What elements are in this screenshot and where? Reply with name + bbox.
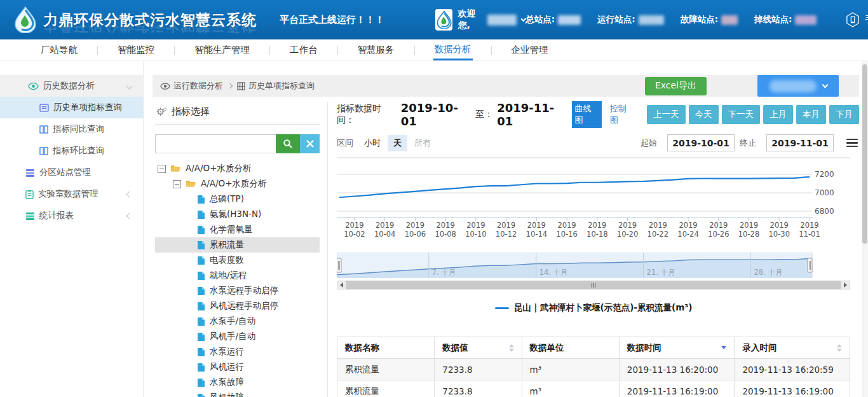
col-data-time[interactable]: 数据时间 [619, 337, 735, 359]
cell-data-value: 7233.8 [435, 380, 522, 397]
date-nav-buttons: 上一天 今天 下一天 上月 本月 下月 [647, 105, 859, 124]
file-icon [197, 286, 205, 296]
svg-text:201910-08: 201910-08 [435, 221, 456, 239]
nav-tab-factory[interactable]: 厂站导航 [39, 39, 79, 60]
legend-series-label: 昆山 | 武神潭村卜家堰(示范点)-累积流量(m³) [514, 302, 693, 314]
sidebar-item-mom-query[interactable]: 指标环比查询 [0, 140, 143, 162]
tree-folder[interactable]: A/A/O+水质分析 [155, 161, 320, 176]
table-row[interactable]: 累积流量 7233.8 m³ 2019-11-13 16:19:00 2019-… [337, 380, 850, 397]
tree-leaf-电表度数[interactable]: 电表度数 [155, 253, 320, 268]
range-label: 区间 [337, 137, 353, 149]
svg-text:6800: 6800 [815, 207, 834, 216]
sidebar-item-label: 指标同比查询 [53, 123, 104, 135]
sidebar-group-label: 统计报表 [39, 210, 74, 221]
tree-leaf-水泵手/自动[interactable]: 水泵手/自动 [155, 314, 320, 329]
tree-leaf-就地/远程[interactable]: 就地/远程 [155, 268, 320, 283]
nav-separator [491, 46, 492, 55]
tab-curve-chart[interactable]: 曲线图 [572, 101, 602, 128]
sidebar-group-statistics-reports[interactable]: 统计报表 [0, 205, 143, 226]
clipboard-icon [25, 190, 34, 199]
blurred-station-name [770, 80, 817, 92]
clear-search-button[interactable] [300, 134, 320, 153]
tree-leaf-总磷(TP)[interactable]: 总磷(TP) [155, 192, 320, 207]
avatar-drop-icon [437, 11, 452, 29]
nav-tab-workbench[interactable]: 工作台 [288, 39, 319, 60]
cell-data-time: 2019-11-13 16:19:00 [619, 380, 735, 397]
chart-navigator[interactable]: 7. 十月14. 十月21. 十月28. 十月 [337, 253, 850, 278]
next-month-button[interactable]: 下月 [829, 105, 859, 124]
station-selector-dropdown[interactable] [757, 75, 839, 97]
next-day-button[interactable]: 下一天 [722, 105, 761, 124]
scrollbar-thumb[interactable] [346, 281, 841, 289]
excel-export-button[interactable]: Excel导出 [645, 77, 707, 95]
sidebar-group-lab-data-mgmt[interactable]: 实验室数据管理 [0, 183, 143, 205]
sidebar-item-yoy-query[interactable]: 指标同比查询 [0, 118, 143, 140]
scroll-right-arrow[interactable] [841, 281, 850, 289]
start-date-input[interactable]: 2019-10-01 [667, 134, 735, 151]
col-entry-time[interactable]: 录入时间 [735, 337, 850, 359]
chart-menu-icon[interactable] [845, 137, 859, 149]
nav-separator [97, 46, 98, 55]
range-option-all[interactable]: 所有 [409, 135, 437, 151]
range-dates: 起始 2019-10-01 终止 2019-11-01 [641, 134, 859, 151]
tree-leaf-label: 电表度数 [210, 254, 244, 266]
tree-leaf-化学需氧量[interactable]: 化学需氧量 [155, 222, 320, 237]
scroll-left-arrow[interactable] [337, 281, 346, 289]
tree-folder[interactable]: A/A/O+水质分析 [155, 176, 320, 192]
range-option-hour[interactable]: 小时 [358, 135, 386, 151]
nav-tab-production[interactable]: 智能生产管理 [193, 39, 251, 60]
search-button[interactable] [276, 134, 300, 153]
sidebar-group-zone-station-mgmt[interactable]: 分区站点管理 [0, 162, 143, 183]
table-row[interactable]: 累积流量 7233.8 m³ 2019-11-13 16:20:00 2019-… [337, 359, 850, 380]
tree-leaf-风机运行[interactable]: 风机运行 [155, 359, 320, 375]
tree-leaf-水泵运行[interactable]: 水泵运行 [155, 344, 320, 359]
search-input[interactable] [155, 134, 276, 153]
sort-icon[interactable] [509, 344, 514, 352]
tab-control-chart[interactable]: 控制图 [607, 101, 637, 128]
cell-data-unit: m³ [522, 380, 619, 397]
tree-leaf-累积流量[interactable]: 累积流量 [155, 237, 320, 253]
nav-tab-monitoring[interactable]: 智能监控 [116, 39, 156, 60]
sort-icon[interactable] [837, 344, 842, 352]
tree-leaf-风机远程手动启停[interactable]: 风机远程手动启停 [155, 298, 320, 314]
legend-line-swatch [495, 307, 509, 309]
range-option-day[interactable]: 天 [388, 135, 407, 151]
sort-desc-icon[interactable] [721, 346, 726, 349]
this-month-button[interactable]: 本月 [796, 105, 826, 124]
svg-text:201910-14: 201910-14 [526, 221, 547, 239]
close-icon [306, 140, 314, 148]
sidebar-group-history-analysis[interactable]: 历史数据分析 [0, 75, 143, 97]
col-data-value[interactable]: 数据值 [435, 337, 522, 359]
chart-horizontal-scrollbar[interactable] [337, 281, 850, 289]
tree-leaf-氨氮(H3N-N)[interactable]: 氨氮(H3N-N) [155, 207, 320, 222]
prev-day-button[interactable]: 上一天 [647, 105, 686, 124]
nav-separator [269, 46, 270, 55]
nav-tab-services[interactable]: 智慧服务 [356, 39, 396, 60]
scrollbar-thumb[interactable] [862, 64, 867, 244]
sidebar-item-single-indicator-query[interactable]: 历史单项指标查询 [0, 97, 143, 118]
svg-text:7000: 7000 [815, 188, 834, 197]
user-area[interactable]: 欢迎您, [435, 8, 526, 31]
tree-leaf-风机故障[interactable]: 风机故障 [155, 390, 320, 397]
nav-tab-data-analysis[interactable]: 数据分析 [433, 39, 473, 60]
today-button[interactable]: 今天 [689, 105, 719, 124]
brand-area: 力鼎环保分散式污水智慧云系统 力鼎环保分散式污水智慧云系统 [9, 6, 257, 33]
page-vertical-scrollbar[interactable] [862, 61, 868, 397]
tree-leaf-label: 风机手/自动 [210, 331, 255, 342]
indicator-search [155, 134, 320, 153]
tree-leaf-风机手/自动[interactable]: 风机手/自动 [155, 329, 320, 344]
nav-tab-enterprise[interactable]: 企业管理 [510, 39, 550, 60]
collapse-expander-icon[interactable] [158, 165, 166, 173]
prev-month-button[interactable]: 上月 [763, 105, 793, 124]
tree-leaf-水泵远程手动启停[interactable]: 水泵远程手动启停 [155, 283, 320, 298]
chart-legend[interactable]: 昆山 | 武神潭村卜家堰(示范点)-累积流量(m³) [337, 302, 850, 314]
collapse-expander-icon[interactable] [173, 180, 181, 188]
mobile-version-button[interactable]: 手机版 [846, 12, 868, 27]
tree-leaf-label: 风机故障 [210, 392, 244, 397]
end-date-input[interactable]: 2019-11-01 [766, 134, 834, 151]
blurred-value [795, 15, 817, 25]
nav-separator [174, 46, 175, 55]
breadcrumb-section[interactable]: 运行数据分析 [173, 80, 223, 92]
svg-text:7200: 7200 [815, 170, 834, 179]
tree-leaf-水泵故障[interactable]: 水泵故障 [155, 375, 320, 390]
